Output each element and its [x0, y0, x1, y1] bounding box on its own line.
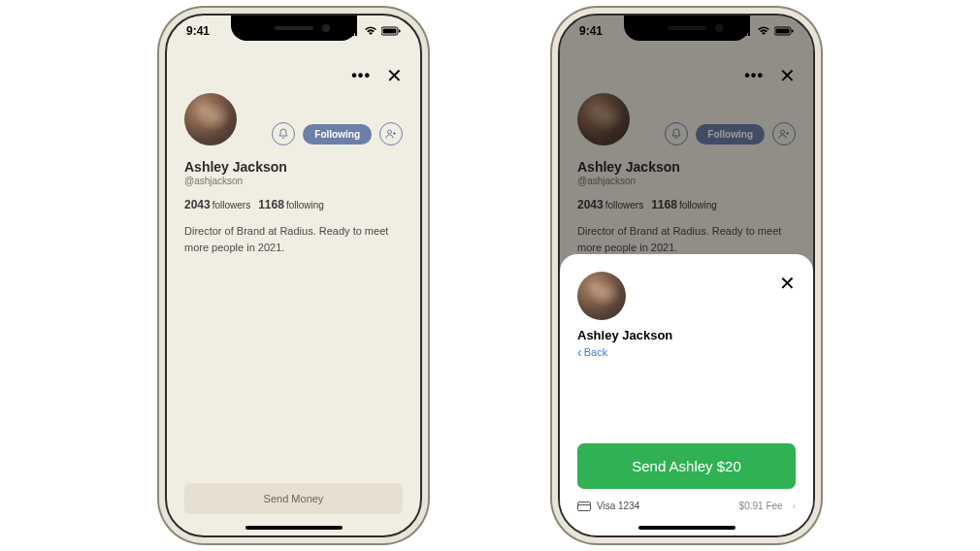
send-button[interactable]: Send Ashley $20 [577, 443, 796, 489]
home-indicator[interactable] [245, 526, 343, 530]
bell-icon[interactable] [272, 122, 295, 146]
send-money-sheet: ✕ Ashley Jackson Back Send Ashley $20 Vi… [560, 254, 813, 535]
back-link[interactable]: Back [577, 344, 796, 360]
close-icon[interactable]: ✕ [386, 64, 403, 87]
profile-name: Ashley Jackson [184, 159, 403, 175]
card-label: Visa 1234 [597, 501, 639, 511]
chevron-right-icon: › [793, 501, 796, 511]
avatar[interactable] [184, 93, 237, 146]
send-money-button[interactable]: Send Money [184, 483, 403, 514]
sheet-avatar [577, 272, 626, 320]
wifi-icon [364, 26, 377, 36]
more-icon[interactable]: ••• [351, 67, 371, 84]
sheet-close-icon[interactable]: ✕ [779, 272, 796, 295]
profile-bio: Director of Brand at Radius. Ready to me… [184, 223, 403, 255]
phone-profile: 9:41 ••• ✕ Following Ashley Jackson @ash… [165, 14, 422, 537]
notch [231, 16, 357, 41]
status-time: 9:41 [186, 24, 210, 38]
payment-method-row[interactable]: Visa 1234 $0.91 Fee › [577, 501, 796, 511]
phone-send-sheet: 9:41 ••• ✕ Following Ashley Jackson @ash… [558, 14, 815, 537]
following-button[interactable]: Following [303, 124, 372, 145]
add-user-icon[interactable] [379, 122, 403, 146]
svg-rect-5 [383, 29, 397, 34]
battery-icon [381, 26, 401, 36]
home-indicator[interactable] [638, 526, 735, 530]
sheet-recipient-name: Ashley Jackson [577, 328, 796, 342]
card-icon [577, 502, 591, 511]
profile-handle: @ashjackson [184, 176, 403, 186]
profile-content: ••• ✕ Following Ashley Jackson @ashjacks… [167, 52, 420, 535]
svg-point-7 [388, 130, 392, 134]
following-count[interactable]: 1168 [258, 198, 284, 211]
followers-count[interactable]: 2043 [184, 198, 211, 211]
fee-label: $0.91 Fee [739, 501, 783, 511]
profile-stats: 2043followers1168following [184, 198, 403, 211]
svg-rect-6 [399, 30, 401, 33]
